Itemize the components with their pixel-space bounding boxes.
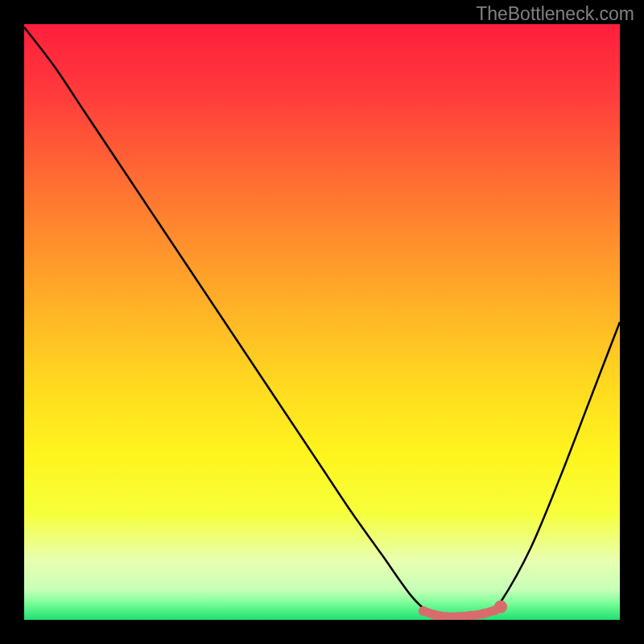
curve-path (24, 27, 620, 618)
svg-point-8 (494, 601, 507, 613)
highlight-segment (419, 601, 507, 620)
plot-area (24, 24, 620, 620)
watermark-label: TheBottleneck.com (476, 3, 634, 25)
svg-point-1 (419, 606, 428, 616)
chart-container: TheBottleneck.com (0, 0, 644, 644)
bottleneck-curve (24, 24, 620, 620)
svg-point-2 (431, 610, 440, 620)
svg-point-6 (478, 609, 488, 619)
